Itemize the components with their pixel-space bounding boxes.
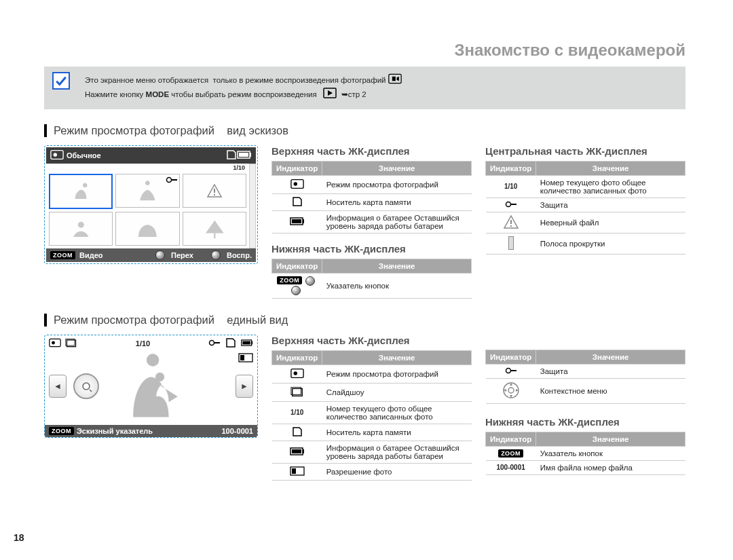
thumbnail[interactable]	[115, 174, 179, 208]
lcd-bottom-move: Перех	[171, 251, 193, 259]
table-row: Режим просмотра фотографий	[272, 365, 472, 383]
photo-play-icon	[388, 73, 402, 88]
table-title: Верхняя часть ЖК-дисплея	[271, 145, 472, 157]
th-indicator: Индикатор	[486, 161, 536, 175]
cell-value: Полоса прокрутки	[536, 233, 685, 254]
battery-icon	[290, 447, 305, 457]
table-row: Слайдшоу	[272, 383, 472, 401]
battery-icon	[290, 217, 305, 227]
table-row: Информация о батарее Оставшийся уровень …	[272, 210, 472, 233]
indicator-table: Индикатор Значение Режим просмотра фотог…	[271, 350, 472, 481]
note-box: Это экранное меню отображается только в …	[44, 67, 685, 109]
cell-value: Защита	[536, 198, 685, 212]
table-row: 1/10 Номер текущего фото общее количеств…	[486, 175, 685, 198]
scrollbar[interactable]	[249, 164, 256, 248]
lcd-count: 1/10	[81, 339, 204, 348]
page-ref: стр 2	[348, 90, 366, 98]
lcd-bottom-label: Эскизный указатель	[77, 427, 153, 435]
table-row: Контекстное меню	[486, 378, 685, 403]
cell-value: Имя файла номер файла	[536, 460, 685, 474]
table-row: Носитель карта памяти	[272, 193, 472, 210]
zoom-chip: ZOOM	[277, 276, 302, 284]
section-heading: Режим просмотра фотографий вид эскизов	[44, 124, 685, 137]
section-title-main: Режим просмотра фотографий	[54, 314, 214, 326]
cell-value: Неверный файл	[536, 212, 685, 233]
card-icon	[225, 338, 237, 349]
lock-icon	[166, 176, 178, 185]
indicator-table: Индикатор Значение ZOOM Указатель кнопок	[271, 259, 472, 299]
lcd-bottom-bar: ZOOM Видео Перех Воспр.	[46, 248, 256, 262]
cell-value: Номер текущего фото общее количество зап…	[322, 401, 472, 424]
next-button[interactable]: ►	[236, 375, 253, 398]
th-value: Значение	[536, 432, 685, 446]
thumbnail[interactable]	[49, 174, 113, 209]
table-row: Информация о батарее Оставшийся уровень …	[272, 441, 472, 463]
chapter-title: Знакомство с видеокамерой	[44, 41, 685, 60]
table-row: Полоса прокрутки	[486, 233, 685, 254]
mode-label: MODE	[146, 90, 170, 98]
resolution-icon	[290, 466, 305, 477]
prev-button[interactable]: ◄	[49, 375, 67, 398]
slideshow-icon	[65, 338, 77, 349]
svg-point-30	[83, 383, 90, 390]
photo-mode-icon	[49, 338, 61, 349]
svg-rect-6	[239, 153, 248, 157]
table-row: Защита	[486, 364, 685, 378]
table-row: 100-0001 Имя файла номер файла	[486, 460, 685, 474]
th-indicator: Индикатор	[272, 161, 322, 175]
cell-value: Разрешение фото	[322, 463, 472, 480]
cell-indicator: 100-0001	[486, 460, 536, 474]
indicator-table: Индикатор Значение Защита Контекстное ме…	[485, 350, 685, 404]
table-title: Центральная часть ЖК-дисплея	[485, 145, 685, 157]
thumbnail[interactable]	[115, 212, 179, 246]
table-row: Режим просмотра фотографий	[272, 175, 472, 193]
zoom-chip: ZOOM	[50, 251, 75, 259]
joystick-icon	[155, 250, 165, 260]
svg-point-45	[508, 388, 514, 393]
thumbnail[interactable]	[183, 212, 246, 246]
card-icon	[292, 197, 303, 208]
svg-rect-5	[250, 153, 251, 157]
table-row: Защита	[486, 198, 685, 212]
lcd-top-bar: 1/10	[45, 335, 257, 352]
note-text: только в режиме воспроизведения фотограф…	[213, 76, 386, 84]
table-row: Носитель карта памяти	[272, 424, 472, 441]
cell-value: Режим просмотра фотографий	[322, 365, 472, 383]
svg-rect-18	[510, 204, 516, 205]
svg-point-34	[293, 371, 297, 375]
th-value: Значение	[322, 350, 472, 365]
svg-rect-26	[214, 342, 220, 343]
context-menu-button[interactable]	[73, 373, 99, 399]
svg-rect-20	[510, 225, 512, 227]
table-row: Неверный файл	[486, 212, 685, 233]
cell-value: Указатель кнопок	[536, 446, 685, 460]
slideshow-icon	[290, 386, 304, 398]
table-row: ZOOM Указатель кнопок	[272, 273, 472, 298]
thumbnail[interactable]	[49, 212, 113, 246]
note-text: Нажмите кнопку	[85, 90, 143, 98]
cell-value: Информация о батарее Оставшийся уровень …	[322, 210, 472, 233]
joystick-icon	[211, 250, 221, 260]
joystick-icon	[305, 276, 315, 286]
lock-icon	[505, 368, 517, 375]
table-row: ZOOM Указатель кнопок	[486, 446, 685, 460]
warning-icon	[207, 184, 222, 198]
svg-point-3	[54, 153, 57, 156]
section-heading: Режим просмотра фотографий единый вид	[44, 314, 685, 326]
lock-icon	[505, 202, 517, 209]
cell-value: Контекстное меню	[536, 378, 685, 403]
th-value: Значение	[536, 350, 685, 364]
svg-rect-38	[303, 449, 304, 453]
thumbnail-grid	[46, 171, 249, 248]
svg-rect-16	[292, 219, 301, 223]
svg-point-22	[52, 341, 55, 344]
table-row: Разрешение фото	[272, 463, 472, 480]
svg-rect-29	[242, 341, 250, 344]
svg-rect-41	[292, 468, 296, 474]
cell-value: Носитель карта памяти	[322, 193, 472, 210]
thumbnail-error[interactable]	[183, 174, 246, 208]
page-number: 18	[14, 532, 24, 543]
cell-value: Указатель кнопок	[322, 273, 472, 298]
cell-value: Информация о батарее Оставшийся уровень …	[322, 441, 472, 463]
th-value: Значение	[322, 161, 472, 175]
